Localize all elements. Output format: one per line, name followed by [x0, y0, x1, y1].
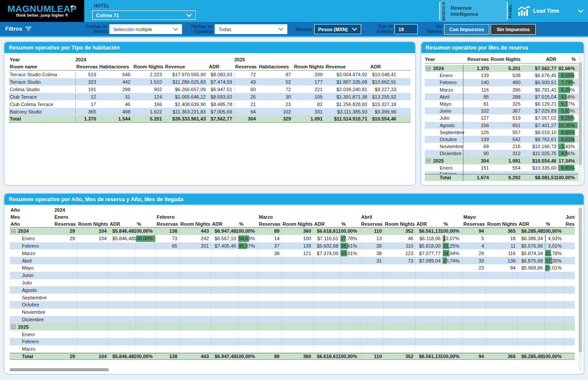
cell-empty: [341, 272, 360, 279]
column-header[interactable]: ADR: [522, 57, 558, 62]
cell-value: 73: [156, 235, 179, 242]
column-header[interactable]: %: [238, 220, 258, 227]
cell-empty: [211, 309, 238, 316]
column-header[interactable]: Revenue: [325, 64, 369, 69]
chevron-down-icon[interactable]: [578, 9, 584, 13]
column-header[interactable]: Reservas: [75, 64, 98, 69]
cell-value: 542: [491, 137, 522, 142]
month-label: Diciembre: [425, 151, 462, 156]
column-header[interactable]: Room Nights: [133, 64, 164, 69]
column-header[interactable]: Reservas: [360, 220, 384, 227]
cell-empty: [179, 249, 211, 257]
collapse-icon[interactable]: [11, 229, 15, 233]
cell-empty: [238, 309, 258, 316]
cell-empty: [77, 279, 109, 287]
cell-value: 21: [234, 102, 258, 107]
cell-value: 90: [463, 151, 491, 156]
total-row: Total29104$5.846,48100,00%138443$6.947,4…: [10, 353, 575, 360]
panel-section[interactable]: PANEL Lead Time: [507, 0, 588, 22]
column-header[interactable]: ADR: [313, 220, 341, 227]
room-name-header[interactable]: Room name▼: [9, 64, 75, 69]
column-header[interactable]: Room Nights: [384, 220, 416, 227]
column-header[interactable]: Habitaciones: [258, 64, 293, 69]
column-header[interactable]: %: [341, 220, 360, 227]
column-header[interactable]: Reservas: [258, 220, 282, 227]
chevron-down-icon: [278, 28, 283, 31]
column-header[interactable]: Room Nights: [491, 57, 522, 62]
column-header[interactable]: ADR: [211, 220, 238, 227]
fechas-ventas-dropdown[interactable]: Selección múltiple: [109, 24, 182, 34]
column-header[interactable]: Room Nights: [179, 220, 211, 227]
column-header[interactable]: Reservas: [565, 220, 575, 227]
percent-cell: [558, 171, 577, 174]
cell-empty: [282, 286, 313, 294]
cell-empty: [341, 264, 360, 272]
collapse-icon[interactable]: [427, 67, 430, 71]
sin-impuestos-button[interactable]: Sin Impuestos: [491, 24, 536, 35]
filter-icon[interactable]: [25, 27, 32, 32]
column-header[interactable]: ADR: [518, 220, 545, 227]
column-header[interactable]: Year: [425, 57, 463, 62]
column-header[interactable]: Room Nights: [77, 220, 109, 227]
column-header[interactable]: %: [136, 220, 156, 227]
scrollbar-thumb[interactable]: [579, 208, 582, 352]
column-header[interactable]: Reservas: [463, 57, 491, 62]
cell-empty: [565, 301, 575, 309]
column-header[interactable]: Reservas: [234, 64, 258, 69]
cell-empty: [341, 309, 360, 316]
moneda-dropdown[interactable]: Pesos (MXN): [314, 24, 361, 34]
fechas-estancia-dropdown[interactable]: Todas: [215, 24, 287, 34]
modulo-section[interactable]: MODULO Revenue Intelligence: [440, 0, 507, 22]
column-header[interactable]: Reservas: [156, 220, 179, 227]
row-label: Mayo: [10, 264, 54, 272]
cell-empty: [282, 279, 313, 287]
tipo-cambio-input[interactable]: 19: [394, 24, 418, 34]
column-header[interactable]: ADR: [416, 220, 443, 227]
vertical-scrollbar[interactable]: [578, 56, 582, 186]
collapse-icon[interactable]: [11, 325, 15, 329]
cell-value: 11: [486, 242, 518, 250]
cell-empty: [341, 301, 360, 309]
column-header[interactable]: %: [558, 57, 577, 62]
scrollbar-thumb[interactable]: [579, 62, 582, 165]
cell-value: 166: [133, 102, 164, 107]
column-header[interactable]: %: [443, 220, 463, 227]
cell-empty: [282, 257, 313, 264]
horizontal-scrollbar[interactable]: [10, 368, 109, 371]
cell-empty: [463, 294, 486, 301]
row-label: Febrero: [425, 79, 463, 86]
column-header[interactable]: Room Nights: [282, 220, 313, 227]
cell-empty: [416, 294, 443, 301]
collapse-icon[interactable]: [427, 159, 430, 163]
column-header[interactable]: ADR: [109, 220, 136, 227]
cell-value: $7.474,59: [208, 79, 234, 85]
column-header[interactable]: Reservas: [463, 220, 486, 227]
column-header[interactable]: Reservas: [54, 220, 77, 227]
percent-value: 100,00%: [134, 236, 154, 241]
hotel-dropdown[interactable]: Colima 71: [92, 11, 196, 20]
cell-value: 140: [463, 80, 491, 85]
hdr-mes-label: Mes: [10, 213, 54, 220]
month-group-header: Enero: [54, 213, 156, 220]
cell-value: $11.286.625,83: [164, 79, 208, 85]
con-impuestos-button[interactable]: Con Impuestos: [444, 24, 489, 35]
cell-empty: [565, 279, 575, 287]
cell-value: 84: [486, 264, 518, 272]
column-header[interactable]: Room Nights: [293, 64, 325, 69]
month-label: Julio: [10, 280, 32, 285]
column-header[interactable]: ADR: [369, 64, 398, 69]
vertical-scrollbar[interactable]: [578, 207, 582, 371]
row-label: Junio: [425, 107, 463, 114]
cell-empty: [486, 272, 518, 279]
cell-value: 331: [293, 109, 325, 114]
year-label: 2024: [433, 66, 444, 71]
row-label: 2024: [10, 227, 54, 235]
cell-value: 87: [258, 72, 293, 77]
column-header[interactable]: Revenue: [164, 64, 208, 69]
cell-empty: [486, 286, 518, 294]
cell-empty: [211, 257, 238, 264]
column-header[interactable]: %: [545, 220, 565, 227]
column-header[interactable]: Room Nights: [486, 220, 518, 227]
column-header[interactable]: Habitaciones: [98, 64, 133, 69]
column-header[interactable]: ADR: [208, 64, 234, 69]
